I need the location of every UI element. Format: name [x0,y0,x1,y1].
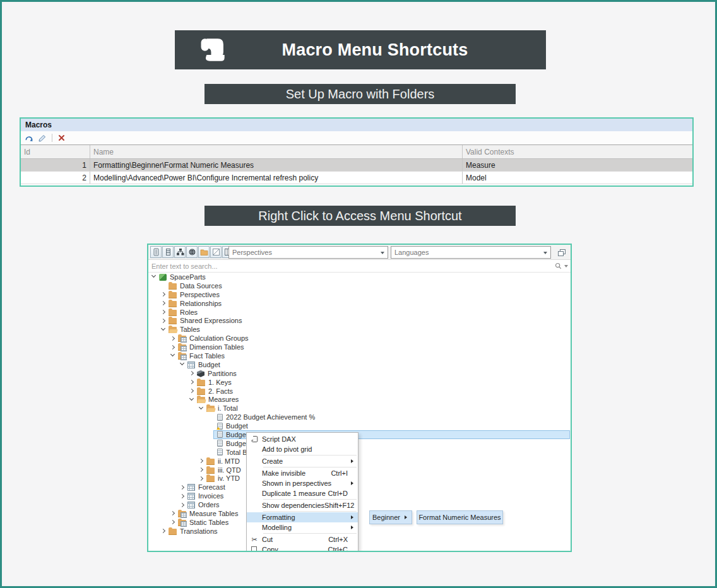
chevron-collapsed-icon[interactable] [170,336,175,341]
menu-item-shown-in-perspectives[interactable]: Shown in perspectives [247,478,358,488]
tree-item[interactable]: Relationships [148,299,571,308]
chevron-collapsed-icon[interactable] [170,519,175,525]
submenu-item-format-numeric-measures[interactable]: Format Numeric Measures [417,510,503,524]
tree-item[interactable]: Forecast [148,483,571,491]
search-input[interactable] [148,261,571,273]
chevron-collapsed-icon[interactable] [198,467,204,473]
tree-item[interactable]: Partitions [148,369,571,378]
chevron-collapsed-icon[interactable] [160,318,166,324]
tree-item[interactable]: 2. Facts [148,387,571,396]
tree-item[interactable]: Shared Expressions [148,316,571,325]
tree-item-tables[interactable]: Tables [148,325,571,334]
chevron-collapsed-icon[interactable] [189,370,194,376]
chevron-collapsed-icon[interactable] [160,528,166,534]
tree-item[interactable]: Dimension Tables [148,343,571,351]
menu-item-script-dax[interactable]: Script DAX [247,434,358,444]
tree-item-measure[interactable]: Total Bu [148,448,571,457]
chevron-collapsed-icon[interactable] [170,510,175,516]
chevron-down-icon[interactable] [564,265,568,268]
menu-item-make-invisible[interactable]: Make invisibleCtrl+I [247,468,358,478]
cascade-windows-icon[interactable] [555,247,568,258]
tree-item[interactable]: Static Tables [148,518,571,527]
tree-item[interactable]: Invoices [148,491,571,500]
folder-icon [197,380,205,386]
tree-item-measure[interactable]: Budget [148,421,571,430]
title-banner: Macro Menu Shortcuts [175,30,546,69]
col-header-name[interactable]: Name [90,145,463,158]
tree-item[interactable]: Roles [148,308,571,317]
measure-icon [217,414,223,421]
column-toggle-icon[interactable] [162,246,174,258]
menu-item-duplicate-1-measure[interactable]: Duplicate 1 measureCtrl+D [247,488,358,498]
menu-item-cut[interactable]: ✂ CutCtrl+X [247,534,358,544]
search-icon[interactable] [555,262,562,269]
menu-item-add-to-pivot-grid[interactable]: Add to pivot grid [247,444,358,454]
tree-item[interactable]: Calculation Groups [148,334,571,343]
chevron-expanded-icon[interactable] [151,274,157,279]
chevron-collapsed-icon[interactable] [179,502,185,508]
cell-id: 2 [21,172,90,184]
chevron-collapsed-icon[interactable] [170,344,175,350]
tree-item-measure-selected[interactable]: Budget vs. Gross Sales (%) [148,430,571,439]
chevron-collapsed-icon[interactable] [179,485,185,490]
tree-item-measures[interactable]: Measures [148,395,571,404]
tree-item-spaceparts[interactable]: SpaceParts [148,273,571,281]
translation-globe-icon[interactable] [186,246,198,258]
chevron-collapsed-icon[interactable] [160,309,166,315]
tree-item[interactable]: iii. QTD [148,466,571,474]
menu-item-formatting[interactable]: Formatting [247,512,358,522]
col-header-id[interactable]: Id [21,145,90,158]
tree-item[interactable]: Data Sources [148,281,571,290]
tree-item[interactable]: 1. Keys [148,378,571,387]
chevron-collapsed-icon[interactable] [179,493,185,499]
show-hidden-toggle-icon[interactable] [210,246,222,258]
chevron-expanded-icon[interactable] [189,397,194,403]
tree-item-fact-tables[interactable]: Fact Tables [148,351,571,360]
tree-item[interactable]: Measure Tables [148,509,571,518]
tree-item-budget-table[interactable]: Budget [148,360,571,369]
col-header-valid-contexts[interactable]: Valid Contexts [463,145,692,158]
table-row[interactable]: 1 Formatting\Beginner\Format Numeric Mea… [21,159,692,172]
submenu-beginner[interactable]: Beginner [369,510,412,524]
script-icon [247,435,262,443]
delete-x-icon[interactable] [58,134,65,141]
submenu-arrow-icon [350,515,355,519]
table-icon [187,502,195,509]
menu-item-copy[interactable]: CopyCtrl+C [247,544,358,552]
chevron-expanded-icon[interactable] [170,353,175,358]
perspectives-dropdown[interactable]: Perspectives [228,246,388,259]
tree-item-measure[interactable]: Budget [148,439,571,448]
chevron-collapsed-icon[interactable] [198,458,204,464]
chevron-collapsed-icon[interactable] [160,300,166,306]
tree-item[interactable]: Translations [148,527,571,536]
macros-grid: Id Name Valid Contexts 1 Formatting\Begi… [21,144,692,184]
menu-item-show-dependencies[interactable]: Show dependenciesShift+F12 [247,500,358,510]
tree-item[interactable]: Perspectives [148,290,571,299]
macros-panel: Macros Id Name Valid Contexts 1 Formatt [20,117,694,187]
chevron-collapsed-icon[interactable] [189,388,194,394]
edit-pencil-icon[interactable] [39,134,46,142]
cell-id: 1 [21,159,90,171]
cell-valid-contexts: Model [463,172,692,184]
tree-item-measure[interactable]: 2022 Budget Achievement % [148,413,571,421]
display-folder-toggle-icon[interactable] [198,246,210,258]
tree-item[interactable]: ii. MTD [148,457,571,466]
table-row[interactable]: 2 Modelling\Advanced\Power BI\Configure … [21,172,692,184]
measure-toggle-icon[interactable] [150,246,162,258]
grid-header-row: Id Name Valid Contexts [21,145,692,159]
chevron-collapsed-icon[interactable] [160,291,166,297]
chevron-collapsed-icon[interactable] [189,379,194,385]
tree-item-i-total[interactable]: i. Total [148,404,571,413]
chevron-expanded-icon[interactable] [179,362,185,367]
tree-item[interactable]: iv. YTD [148,474,571,483]
hierarchy-toggle-icon[interactable] [174,246,186,258]
refresh-icon[interactable] [25,134,33,142]
menu-item-modelling[interactable]: Modelling [247,522,358,532]
chevron-expanded-icon[interactable] [198,406,204,411]
tree-item[interactable]: Orders [148,500,571,509]
table-icon [187,493,195,500]
chevron-expanded-icon[interactable] [160,327,166,332]
menu-item-create[interactable]: Create [247,456,358,466]
languages-dropdown[interactable]: Languages [391,246,551,259]
chevron-collapsed-icon[interactable] [198,476,204,481]
